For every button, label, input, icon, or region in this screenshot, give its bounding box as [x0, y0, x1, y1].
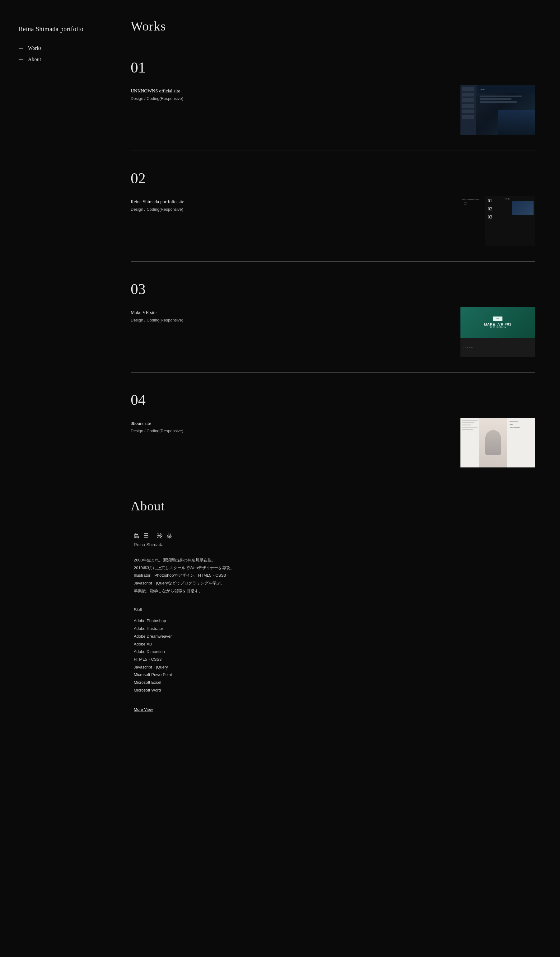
about-name-jp: 島 田 玲 菜: [134, 532, 532, 540]
work-info-1: UNKNOWNS official site Design / Coding(R…: [131, 85, 448, 101]
work-type-4: Design / Coding(Responsive): [131, 428, 448, 433]
work-item-4: 04 8hours site Design / Coding(Responsiv…: [131, 391, 535, 467]
thumb-1-content: [478, 93, 535, 105]
works-divider: [131, 43, 535, 43]
work-info-4: 8hours site Design / Coding(Responsive): [131, 418, 448, 433]
work-number-1: 01: [131, 59, 535, 76]
sidebar-item-about[interactable]: — About: [19, 57, 87, 62]
work-type-2: Design / Coding(Responsive): [131, 207, 448, 212]
about-skill-title: Skill: [134, 607, 532, 612]
work-divider-3: [131, 372, 535, 373]
work-content-2: Reina Shimada portfolio site Design / Co…: [131, 196, 535, 246]
skill-item-8: Microsoft PowerPoint: [134, 671, 532, 679]
skill-item-6: HTML5・CSS3: [134, 656, 532, 663]
skill-item-7: Javascript・jQuery: [134, 663, 532, 671]
works-section: Works 01 UNKNOWNS official site Design /…: [131, 19, 535, 467]
about-title: About: [131, 499, 535, 513]
main-content: Works 01 UNKNOWNS official site Design /…: [106, 0, 560, 957]
work-number-2: 02: [131, 170, 535, 187]
skill-item-10: Microsoft Word: [134, 687, 532, 694]
sidebar: Reina Shimada portfolio — Works — About: [0, 0, 106, 957]
about-section: About 島 田 玲 菜 Reina Shimada 2000年生まれ。新潟県…: [131, 492, 535, 712]
skill-item-5: Adobe Dimention: [134, 648, 532, 656]
about-bio: 2000年生まれ。新潟県出身の神奈川県在住。 2019年3月に上京しスクールでW…: [134, 556, 532, 595]
about-name-en: Reina Shimada: [134, 542, 532, 547]
skill-item-2: Adobe Illustrator: [134, 625, 532, 633]
skill-item-3: Adobe Dreamweaver: [134, 633, 532, 641]
work-type-3: Design / Coding(Responsive): [131, 318, 448, 322]
thumb-4-right: Presentation Plan Event Meeting: [507, 418, 535, 467]
work-number-3: 03: [131, 280, 535, 297]
thumb-1-main: news: [478, 85, 535, 135]
work-content-1: UNKNOWNS official site Design / Coding(R…: [131, 85, 535, 135]
work-thumbnail-3[interactable]: RCU MAKE::VR #01 11.19. SHIBUYA CONCEPT: [461, 307, 535, 357]
skill-item-4: Adobe XD: [134, 641, 532, 648]
work-type-1: Design / Coding(Responsive): [131, 96, 448, 101]
main-nav: — Works — About: [19, 46, 87, 62]
skill-item-1: Adobe Photoshop: [134, 617, 532, 625]
work-name-3: Make VR site: [131, 310, 448, 315]
skill-item-9: Microsoft Excel: [134, 679, 532, 687]
work-name-4: 8hours site: [131, 421, 448, 426]
sidebar-item-works[interactable]: — Works: [19, 46, 87, 51]
thumb-1-inner: news: [461, 85, 535, 135]
more-view-link[interactable]: More View: [134, 707, 153, 712]
thumb-2-right: Works 01 02 03: [485, 196, 535, 246]
thumb-1-header: news: [478, 85, 535, 93]
work-item-1: 01 UNKNOWNS official site Design / Codin…: [131, 59, 535, 151]
work-name-1: UNKNOWNS official site: [131, 88, 448, 94]
thumb-1-image: [498, 110, 535, 135]
nav-dash-about: —: [19, 57, 23, 62]
works-title: Works: [131, 19, 535, 34]
work-content-4: 8hours site Design / Coding(Responsive): [131, 418, 535, 467]
nav-list: — Works — About: [19, 46, 87, 62]
work-thumbnail-2[interactable]: Reina Shimada portfolio — Works — About …: [461, 196, 535, 246]
about-content: 島 田 玲 菜 Reina Shimada 2000年生まれ。新潟県出身の神奈川…: [131, 532, 535, 712]
work-number-4: 04: [131, 391, 535, 408]
work-divider-2: [131, 261, 535, 262]
thumb-2-left: Reina Shimada portfolio — Works — About: [461, 196, 485, 246]
thumb-3-bottom: CONCEPT: [461, 338, 535, 357]
nav-dash-works: —: [19, 46, 23, 51]
thumb-1-sidebar: [461, 85, 476, 135]
work-item-3: 03 Make VR site Design / Coding(Responsi…: [131, 280, 535, 373]
nav-label-works: Works: [28, 46, 42, 51]
thumb-4-left: [461, 418, 479, 467]
work-item-2: 02 Reina Shimada portfolio site Design /…: [131, 170, 535, 262]
work-name-2: Reina Shimada portfolio site: [131, 199, 448, 204]
site-title: Reina Shimada portfolio: [19, 25, 87, 33]
thumb-3-top: RCU MAKE::VR #01 11.19. SHIBUYA: [461, 307, 535, 338]
work-thumbnail-1[interactable]: news: [461, 85, 535, 135]
work-info-3: Make VR site Design / Coding(Responsive): [131, 307, 448, 322]
work-content-3: Make VR site Design / Coding(Responsive)…: [131, 307, 535, 357]
thumb-4-person: [479, 418, 507, 467]
skill-list: Adobe Photoshop Adobe Illustrator Adobe …: [134, 617, 532, 694]
work-thumbnail-4[interactable]: Presentation Plan Event Meeting: [461, 418, 535, 467]
nav-label-about: About: [28, 57, 41, 62]
work-info-2: Reina Shimada portfolio site Design / Co…: [131, 196, 448, 212]
